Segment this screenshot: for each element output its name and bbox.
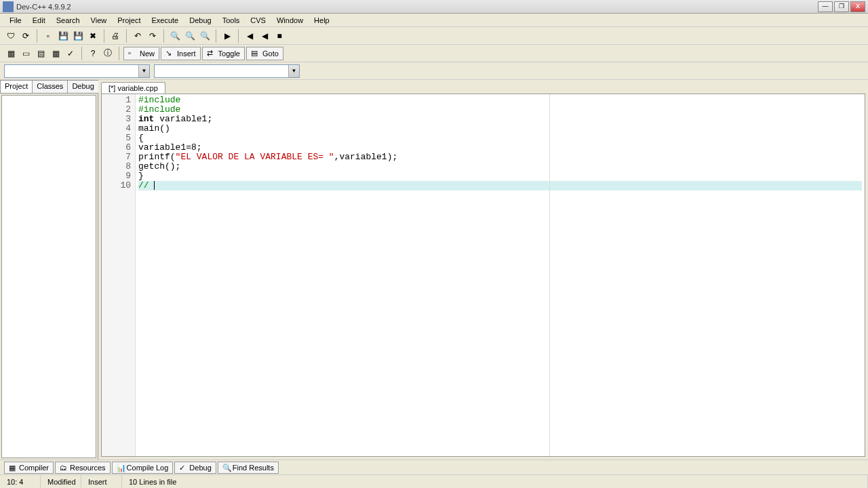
- menu-bar: File Edit Search View Project Execute De…: [0, 14, 868, 27]
- tab-compile-log[interactable]: 📊Compile Log: [112, 462, 174, 474]
- status-insert: Insert: [81, 475, 122, 488]
- find-icon[interactable]: 🔍: [168, 29, 182, 43]
- find-icon: 🔍: [222, 464, 231, 472]
- main-area: Project Classes Debug [*] variable.cpp 1…: [0, 80, 868, 460]
- new-file-icon[interactable]: ▫: [41, 29, 55, 43]
- save-icon[interactable]: 💾: [56, 29, 70, 43]
- editor-tabs: [*] variable.cpp: [98, 80, 868, 94]
- insert-icon: ↘: [165, 49, 175, 58]
- shield-icon[interactable]: 🛡: [4, 29, 18, 43]
- menu-tools[interactable]: Tools: [217, 15, 245, 26]
- status-position: 10: 4: [0, 475, 41, 488]
- bottom-tabs: ▦Compiler 🗂Resources 📊Compile Log ✓Debug…: [0, 460, 868, 474]
- menu-search[interactable]: Search: [51, 15, 85, 26]
- layout2-icon[interactable]: ▤: [34, 47, 47, 60]
- tab-classes[interactable]: Classes: [32, 80, 68, 93]
- tab-compiler[interactable]: ▦Compiler: [4, 462, 54, 474]
- margin-line: [549, 94, 550, 456]
- find-next-icon[interactable]: 🔍: [183, 29, 197, 43]
- dropdown-1[interactable]: ▼: [4, 64, 150, 78]
- status-bar: 10: 4 Modified Insert 10 Lines in file: [0, 474, 868, 488]
- menu-project[interactable]: Project: [112, 15, 146, 26]
- debug-prev-icon[interactable]: ◀: [243, 29, 256, 43]
- tab-debug-bottom[interactable]: ✓Debug: [174, 462, 216, 474]
- menu-view[interactable]: View: [85, 15, 113, 26]
- close-button[interactable]: X: [850, 1, 865, 12]
- status-modified: Modified: [41, 475, 81, 488]
- title-bar: Dev-C++ 4.9.9.2 — ❐ X: [0, 0, 868, 14]
- menu-window[interactable]: Window: [271, 15, 309, 26]
- line-gutter: 12345678910: [102, 94, 136, 456]
- log-icon: 📊: [117, 464, 125, 472]
- project-tree[interactable]: [1, 95, 96, 458]
- status-lines: 10 Lines in file: [122, 475, 868, 488]
- menu-help[interactable]: Help: [309, 15, 335, 26]
- maximize-button[interactable]: ❐: [834, 1, 849, 12]
- layout1-icon[interactable]: ▭: [19, 47, 33, 60]
- menu-edit[interactable]: Edit: [27, 15, 51, 26]
- menu-cvs[interactable]: CVS: [245, 15, 271, 26]
- refresh-icon[interactable]: ⟳: [19, 29, 33, 43]
- goto-button[interactable]: ▤Goto: [246, 47, 283, 60]
- code-editor[interactable]: 12345678910 #include#includeint variable…: [101, 94, 865, 457]
- menu-execute[interactable]: Execute: [146, 15, 184, 26]
- resources-icon: 🗂: [60, 464, 68, 472]
- save-all-icon[interactable]: 💾: [71, 29, 85, 43]
- tab-find-results[interactable]: 🔍Find Results: [218, 462, 279, 474]
- toggle-icon: ⇄: [207, 49, 216, 58]
- chevron-down-icon: ▼: [138, 65, 149, 77]
- window-controls: — ❐ X: [818, 1, 865, 12]
- chevron-down-icon: ▼: [288, 65, 299, 77]
- code-area[interactable]: #include#includeint variable1;main(){var…: [136, 94, 865, 456]
- grid-icon[interactable]: ▦: [49, 47, 62, 60]
- about-icon[interactable]: ⓘ: [101, 47, 115, 60]
- window-title: Dev-C++ 4.9.9.2: [16, 3, 818, 11]
- left-tabs: Project Classes Debug: [0, 80, 98, 94]
- close-file-icon[interactable]: ✖: [86, 29, 100, 43]
- redo-icon[interactable]: ↷: [146, 29, 159, 43]
- help-icon[interactable]: ?: [86, 47, 100, 60]
- compiler-icon: ▦: [9, 464, 17, 472]
- debug-next-icon[interactable]: ◀: [258, 29, 271, 43]
- print-icon[interactable]: 🖨: [108, 29, 122, 43]
- editor-panel: [*] variable.cpp 12345678910 #include#in…: [98, 80, 868, 460]
- check-icon[interactable]: ✓: [64, 47, 77, 60]
- menu-debug[interactable]: Debug: [184, 15, 216, 26]
- toolbar-main: 🛡 ⟳ ▫ 💾 💾 ✖ 🖨 ↶ ↷ 🔍 🔍 🔍 ▶ ◀ ◀ ■: [0, 27, 868, 45]
- tab-debug[interactable]: Debug: [67, 80, 98, 93]
- debug-stop-icon[interactable]: ■: [273, 29, 286, 43]
- left-panel: Project Classes Debug: [0, 80, 98, 460]
- debug-icon: ✓: [179, 464, 187, 472]
- grid4-icon[interactable]: ▦: [4, 47, 18, 60]
- toggle-button[interactable]: ⇄Toggle: [202, 47, 245, 60]
- minimize-button[interactable]: —: [818, 1, 833, 12]
- compile-icon[interactable]: ▶: [220, 29, 234, 43]
- tab-resources[interactable]: 🗂Resources: [55, 462, 111, 474]
- dropdown-2[interactable]: ▼: [154, 64, 300, 78]
- toolbar-secondary: ▦ ▭ ▤ ▦ ✓ ? ⓘ ▫New ↘Insert ⇄Toggle ▤Goto: [0, 45, 868, 62]
- dropdown-row: ▼ ▼: [0, 62, 868, 80]
- menu-file[interactable]: File: [4, 15, 27, 26]
- undo-icon[interactable]: ↶: [131, 29, 144, 43]
- new-icon: ▫: [128, 49, 138, 58]
- new-button[interactable]: ▫New: [123, 47, 159, 60]
- goto-icon: ▤: [251, 49, 260, 58]
- insert-button[interactable]: ↘Insert: [161, 47, 201, 60]
- editor-tab-variable[interactable]: [*] variable.cpp: [101, 82, 165, 94]
- tab-project[interactable]: Project: [0, 80, 33, 93]
- replace-icon[interactable]: 🔍: [198, 29, 212, 43]
- app-icon: [3, 1, 14, 12]
